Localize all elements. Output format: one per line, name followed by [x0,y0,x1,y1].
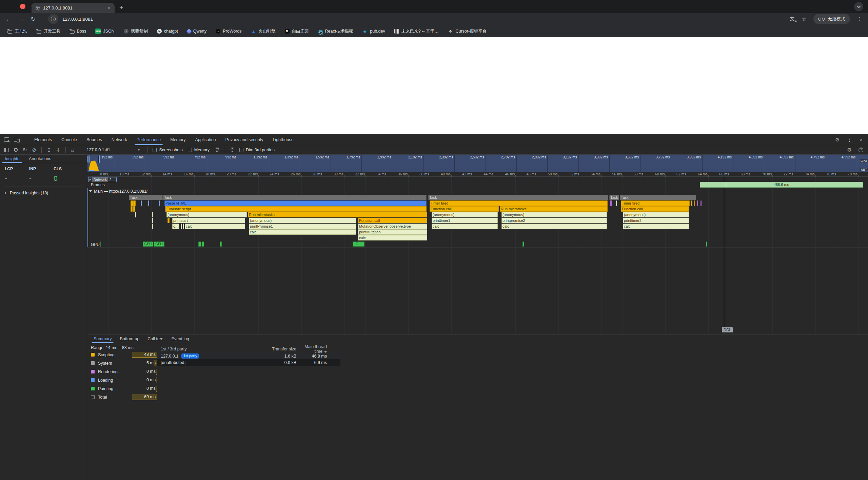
tab-privacy-and-security[interactable]: Privacy and security [221,134,268,145]
tab-search-button[interactable] [854,2,863,11]
frame-duration-bar[interactable]: 466.6 ms [700,182,863,188]
record-icon[interactable] [14,148,18,152]
close-button[interactable] [20,4,25,9]
flame-bar[interactable]: printMutation [358,229,427,235]
load-profile-icon[interactable]: ↥ [47,147,51,152]
bookmark-item[interactable]: ProWords [216,29,241,34]
url-text[interactable]: 127.0.0.1:8081 [62,17,93,22]
collapse-sections-icon[interactable] [230,148,234,152]
network-track-header[interactable]: Network 2… [88,177,117,182]
memory-checkbox-label[interactable]: Memory [188,148,210,152]
settings-gear-icon[interactable]: ⚙ [835,137,840,143]
col-main-thread-time[interactable]: Main thread time [296,344,340,354]
flame-bar[interactable]: (anonymous) [623,212,689,217]
gpu-bar[interactable] [522,242,524,247]
table-row[interactable]: 127.0.0.11st party1.6 kB46.8 ms [157,353,340,359]
save-profile-icon[interactable]: ↧ [56,147,61,152]
reload-record-icon[interactable]: ↻ [23,147,27,152]
flame-bar[interactable]: Timer fired [430,200,608,206]
overview-left-handle[interactable] [87,155,90,163]
bookmark-item[interactable]: 王志浩 [7,28,27,34]
clear-icon[interactable]: ⊘ [32,147,37,152]
tab-lighthouse[interactable]: Lighthouse [268,134,298,145]
gpu-bar[interactable]: GPU [154,242,164,247]
flame-bar[interactable] [697,200,698,206]
flame-bar[interactable]: calc [249,229,356,235]
tab-memory[interactable]: Memory [165,134,190,145]
reload-button[interactable]: ↻ [27,15,39,23]
flame-bar[interactable]: Timer fired [621,200,690,206]
gpu-bar[interactable]: GPU [143,242,153,247]
flame-bar[interactable]: printtimer1 [432,218,498,223]
table-row[interactable]: [unattributed]0.0 kB6.9 ms [157,359,340,366]
flame-bar[interactable]: Task [620,195,696,200]
flame-bar[interactable] [183,224,184,229]
flame-bar[interactable]: Task [129,195,163,200]
bookmark-item[interactable]: React技术揭秘 [318,28,353,34]
flame-bar[interactable]: c… [172,224,179,229]
flame-bar[interactable]: Evaluate script [165,206,427,212]
flame-bar[interactable] [159,200,160,206]
col-transfer[interactable]: Transfer size [256,347,296,351]
flame-bar[interactable]: Task [609,195,619,200]
bookmark-item[interactable]: chatgpt [157,29,178,34]
translate-icon[interactable]: 文A [790,16,795,22]
flame-bar[interactable]: calc [432,224,498,229]
flame-bar[interactable]: Parse HTML [164,200,427,206]
flame-bar[interactable] [131,206,133,212]
bookmark-item[interactable]: pub.dev [362,28,385,34]
tab-event-log[interactable]: Event log [167,334,193,343]
flame-bar[interactable]: Function call [358,218,427,223]
tab-annotations[interactable]: Annotations [24,155,56,163]
flame-bar[interactable] [135,212,136,217]
tab-call-tree[interactable]: Call tree [143,334,167,343]
main-track-header[interactable]: Main — http://127.0.0.1:8081/ [89,189,147,194]
browser-menu-icon[interactable]: ⋮ [857,16,862,22]
bookmark-item[interactable]: 自由庄园 [285,28,309,34]
flame-bar[interactable]: calc [501,224,607,229]
tab-bottom-up[interactable]: Bottom-up [116,334,143,343]
garbage-collect-icon[interactable] [215,147,220,152]
gpu-bar[interactable] [198,242,201,247]
flame-bar[interactable] [167,218,170,223]
dim-3rd-parties-checkbox-label[interactable]: Dim 3rd parties [239,148,275,152]
tab-sources[interactable]: Sources [82,134,107,145]
home-icon[interactable]: ⌂ [71,147,74,152]
bookmark-star-icon[interactable]: ☆ [802,16,807,23]
bookmark-item[interactable]: 开发工具 [37,28,61,34]
flame-bar[interactable] [133,200,136,206]
tab-elements[interactable]: Elements [29,134,57,145]
flame-bar[interactable]: calc [185,224,245,229]
bookmark-item[interactable]: Cursor-报销平台 [448,28,487,34]
frames-track-label[interactable]: Frames [91,183,105,187]
flame-bar[interactable] [694,200,695,206]
flame-chart[interactable]: TaskTaskTaskTaskTaskParse HTMLTimer fire… [87,195,868,249]
flame-bar[interactable]: Run microtasks [248,212,427,217]
flame-bar[interactable]: Task [163,195,427,200]
tab-summary[interactable]: Summary [90,334,116,343]
timeline-overview[interactable]: CPU NET 192 ms392 ms592 ms792 ms992 ms1,… [87,155,868,172]
memory-checkbox[interactable] [188,148,192,152]
flame-bar[interactable]: Function call [430,206,499,212]
bookmark-item[interactable]: 我要复制 [124,28,148,34]
flame-bar[interactable]: Task [428,195,608,200]
inspect-element-icon[interactable] [4,137,9,142]
col-party[interactable]: 1st / 3rd party [157,347,256,351]
flame-bar[interactable]: printpromise2 [501,218,607,223]
flame-bar[interactable] [152,224,153,229]
history-select[interactable]: 127.0.0.1 #1 [86,148,140,152]
help-icon[interactable]: ? [859,148,863,152]
devtools-menu-icon[interactable]: ⋮ [847,137,852,143]
gpu-bar[interactable] [100,242,101,247]
dim-3rd-parties-checkbox[interactable] [239,148,243,152]
tab-network[interactable]: Network [107,134,132,145]
flame-bar[interactable]: printstart [172,218,245,223]
devtools-close-icon[interactable]: × [860,137,863,142]
flame-bar[interactable] [701,200,702,206]
flame-bar[interactable]: (anonymous) [501,212,607,217]
flame-bar[interactable]: (anonymous) [166,212,247,217]
bookmark-item[interactable]: 未来已来? -- 基于… [394,28,439,34]
tab-application[interactable]: Application [190,134,220,145]
flame-bar[interactable]: calc [623,224,689,229]
bookmark-item[interactable]: 火山引擎 [251,28,276,34]
